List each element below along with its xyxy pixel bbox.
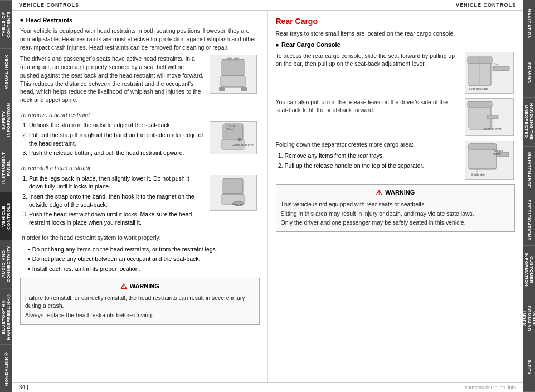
svg-text:Release lever: Release lever <box>483 127 502 130</box>
cargo-svg-3: Release handle Separator <box>466 141 513 178</box>
left-warning-title: WARNING <box>25 282 255 292</box>
svg-text:Band: Band <box>227 128 235 131</box>
sidebar-item-index[interactable]: INDEX <box>523 343 535 392</box>
svg-rect-13 <box>223 178 243 194</box>
fold-steps-list: Remove any items from the rear trays. Pu… <box>276 152 461 170</box>
svg-point-11 <box>238 138 241 141</box>
fold-heading: Folding down the separator creates more … <box>276 141 461 149</box>
release-image-col: Release lever <box>465 98 515 136</box>
release-text-col: You can also pull up on the release leve… <box>276 98 461 136</box>
svg-text:Separator: Separator <box>471 173 485 176</box>
right-warning-box: WARNING This vehicle is not equipped wit… <box>276 184 515 232</box>
sidebar-item-safety-information[interactable]: SAFETY INFORMATION <box>0 96 12 144</box>
svg-rect-4 <box>227 58 232 60</box>
svg-text:Bar: Bar <box>494 62 498 66</box>
seat-image-3: Magnet <box>210 175 257 211</box>
remove-heading: To remove a head restraint <box>20 111 260 119</box>
cargo-image-2: Release lever <box>465 98 514 136</box>
remove-section: Unhook the strap on the outside edge of … <box>20 121 260 161</box>
right-warning-line-2: Sitting in this area may result in injur… <box>281 210 510 218</box>
active-restraints-section: The driver's and passenger's seats have … <box>20 55 260 107</box>
active-restraints-para: The driver's and passenger's seats have … <box>20 55 205 104</box>
cargo-image-3: Release handle Separator <box>465 141 514 180</box>
sidebar-item-visual-index[interactable]: VISUAL INDEX <box>0 48 12 96</box>
bullet-item-1: Do not hang any items on the head restra… <box>28 245 260 254</box>
content-area: Head Restraints Your vehicle is equipped… <box>12 11 523 382</box>
sidebar-item-navigation[interactable]: NAVIGATION <box>523 0 535 49</box>
release-lever-section: You can also pull up on the release leve… <box>276 98 515 136</box>
svg-rect-26 <box>487 115 498 119</box>
svg-text:Seat-back adj.: Seat-back adj. <box>469 87 489 90</box>
sidebar-item-maintenance[interactable]: MAINTENANCE <box>523 147 535 196</box>
fold-image-col: Release handle Separator <box>465 141 515 180</box>
remove-steps-list: Unhook the strap on the outside edge of … <box>20 121 205 157</box>
watermark: carmanualsOnline .info <box>465 385 516 390</box>
seat-svg-2: Strap Band Release button <box>211 123 255 153</box>
sidebar-item-driving[interactable]: DRIVING <box>523 49 535 98</box>
cargo-image-1: Seat-back adj. Bar <box>465 52 514 94</box>
reinstall-steps-list: Put the legs back in place, then slightl… <box>20 175 205 227</box>
cargo-svg-2: Release lever <box>466 99 513 135</box>
svg-rect-25 <box>468 101 492 107</box>
fold-section: Folding down the separator creates more … <box>276 141 515 180</box>
bullet-item-3: Install each restraint in its proper loc… <box>28 265 260 273</box>
header-title-right: VEHICLE CONTROLS <box>456 2 516 8</box>
head-restraints-heading: Head Restraints <box>20 16 260 25</box>
remove-step-3: Push the release button, and pull the he… <box>29 149 205 157</box>
sidebar-item-specifications[interactable]: SPECIFICATIONS <box>523 195 535 246</box>
remove-step-1: Unhook the strap on the outside edge of … <box>29 121 205 129</box>
rear-cargo-intro: Rear trays to store small items are loca… <box>276 30 515 38</box>
svg-text:Release button: Release button <box>232 143 254 147</box>
svg-text:Magnet: Magnet <box>232 202 243 206</box>
left-warning-box: WARNING Failure to reinstall, or correct… <box>20 278 260 325</box>
sidebar-item-customer-information[interactable]: CUSTOMER INFORMATION <box>523 246 535 295</box>
right-warning-title: WARNING <box>281 188 510 198</box>
fold-step-1: Remove any items from the rear trays. <box>285 152 461 160</box>
sidebar-item-voice-command[interactable]: VOICE COMMAND INDEX <box>523 294 535 343</box>
page-footer: 34 | carmanualsOnline .info <box>12 382 523 392</box>
sidebar-item-hondalink[interactable]: HONDALINK® <box>0 344 12 392</box>
active-restraints-text-col: The driver's and passenger's seats have … <box>20 55 205 107</box>
reinstall-heading: To reinstall a head restraint <box>20 164 260 172</box>
sidebar-item-table-of-contents[interactable]: TABLE OF CONTENTS <box>0 0 12 48</box>
console-section: To access the rear cargo console, slide … <box>276 52 515 94</box>
svg-rect-0 <box>222 59 244 76</box>
footer-separator: | <box>27 384 28 390</box>
page-header: VEHICLE CONTROLS VEHICLE CONTROLS <box>12 0 523 11</box>
fold-step-2: Pull up the release handle on the top of… <box>285 162 461 170</box>
sidebar-item-instrument-panel[interactable]: INSTRUMENT PANEL <box>0 144 12 192</box>
console-image-col: Seat-back adj. Bar <box>465 52 515 94</box>
fold-text-col: Folding down the separator creates more … <box>276 141 461 180</box>
rear-cargo-console-heading: Rear Cargo Console <box>276 41 515 49</box>
right-page: Rear Cargo Rear trays to store small ite… <box>268 11 523 382</box>
active-restraints-image-col <box>210 55 260 107</box>
seat-image-2: Strap Band Release button <box>210 121 257 154</box>
left-page: Head Restraints Your vehicle is equipped… <box>12 11 268 382</box>
seat-svg-3: Magnet <box>211 176 255 209</box>
reinstall-step-1: Put the legs back in place, then slightl… <box>29 175 205 191</box>
remove-text: Unhook the strap on the outside edge of … <box>20 121 205 161</box>
bullet-list: Do not hang any items on the head restra… <box>20 245 260 273</box>
left-warning-line-1: Failure to reinstall, or correctly reins… <box>25 294 255 310</box>
console-text-col: To access the rear cargo console, slide … <box>276 52 461 94</box>
seat-svg-1 <box>211 56 255 93</box>
proper-use-intro: In order for the head restraint system t… <box>20 234 260 242</box>
page-number: 34 <box>19 384 25 390</box>
sidebar-item-vehicle-controls[interactable]: VEHICLE CONTROLS <box>0 192 12 240</box>
sidebar-item-audio-connectivity[interactable]: AUDIO AND CONNECTIVITY <box>0 240 12 288</box>
remove-step-2: Pull out the strap throughout the band o… <box>29 131 205 147</box>
cargo-svg-1: Seat-back adj. Bar <box>466 52 513 93</box>
svg-rect-1 <box>221 76 245 87</box>
svg-rect-3 <box>241 87 247 91</box>
svg-rect-5 <box>234 58 239 60</box>
bullet-item-2: Do not place any object between an occup… <box>28 255 260 263</box>
sidebar-item-handling-unexpected[interactable]: HANDLING THE UNEXPECTED <box>523 98 535 147</box>
sidebar-item-bluetooth[interactable]: BLUETOOTH® HANDSFREELINK® <box>0 288 12 344</box>
svg-rect-20 <box>493 66 509 71</box>
seat-image-1 <box>210 55 257 94</box>
header-title-left: VEHICLE CONTROLS <box>19 2 79 8</box>
right-sidebar: NAVIGATION DRIVING HANDLING THE UNEXPECT… <box>523 0 535 392</box>
head-restraints-intro: Your vehicle is equipped with head restr… <box>20 27 260 51</box>
svg-text:handle: handle <box>493 152 501 156</box>
reinstall-text: Put the legs back in place, then slightl… <box>20 175 205 230</box>
